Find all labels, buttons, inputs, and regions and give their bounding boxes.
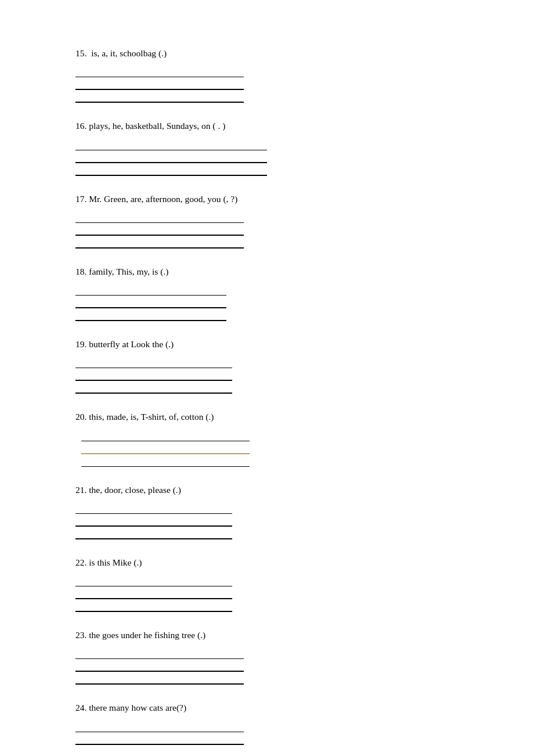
q18-prompt: 18. family, This, my, is (.) bbox=[75, 265, 476, 278]
answer-line bbox=[75, 599, 232, 612]
question-24: 24. there many how cats are(?) bbox=[75, 701, 476, 756]
question-18: 18. family, This, my, is (.) bbox=[75, 265, 476, 321]
question-16: 16. plays, he, basketball, Sundays, on (… bbox=[75, 119, 476, 175]
answer-line bbox=[75, 236, 244, 249]
answer-line bbox=[75, 501, 232, 514]
q22-answer-lines bbox=[75, 574, 232, 612]
answer-line bbox=[75, 646, 244, 659]
answer-line bbox=[75, 368, 232, 381]
answer-line bbox=[75, 586, 232, 599]
q17-answer-lines bbox=[75, 210, 244, 249]
answer-line bbox=[75, 296, 226, 308]
answer-line bbox=[75, 514, 232, 527]
q15-answer-lines bbox=[75, 64, 244, 103]
questions-container: 15. is, a, it, schoolbag (.) 16. plays, … bbox=[75, 46, 476, 756]
answer-line bbox=[81, 429, 250, 441]
q20-prompt: 20. this, made, is, T-shirt, of, cotton … bbox=[75, 410, 476, 423]
q21-prompt: 21. the, door, close, please (.) bbox=[75, 483, 476, 496]
q16-answer-lines bbox=[75, 138, 267, 176]
q24-answer-lines bbox=[75, 719, 244, 757]
q23-answer-lines bbox=[75, 646, 244, 685]
answer-line bbox=[75, 672, 244, 685]
answer-line bbox=[75, 150, 267, 163]
answer-line bbox=[75, 138, 267, 150]
q18-answer-lines bbox=[75, 283, 226, 321]
answer-line bbox=[75, 90, 244, 103]
answer-line bbox=[75, 355, 232, 368]
q23-prompt: 23. the goes under he fishing tree (.) bbox=[75, 628, 476, 642]
question-19: 19. butterfly at Look the (.) bbox=[75, 337, 476, 394]
answer-line bbox=[75, 210, 244, 223]
q15-prompt: 15. is, a, it, schoolbag (.) bbox=[75, 46, 476, 60]
answer-line bbox=[75, 308, 226, 321]
question-21: 21. the, door, close, please (.) bbox=[75, 483, 476, 539]
answer-line bbox=[75, 574, 232, 586]
question-17: 17. Mr. Green, are, afternoon, good, you… bbox=[75, 192, 476, 249]
q21-answer-lines bbox=[75, 501, 232, 539]
q20-answer-lines bbox=[81, 429, 250, 467]
answer-line bbox=[75, 527, 232, 539]
answer-line bbox=[75, 223, 244, 236]
answer-line bbox=[81, 454, 250, 467]
q19-answer-lines bbox=[75, 355, 232, 394]
answer-line bbox=[75, 77, 244, 90]
question-22: 22. is this Mike (.) bbox=[75, 556, 476, 612]
q24-prompt: 24. there many how cats are(?) bbox=[75, 701, 476, 714]
answer-line bbox=[75, 659, 244, 672]
question-23: 23. the goes under he fishing tree (.) bbox=[75, 628, 476, 685]
answer-line bbox=[75, 64, 244, 77]
q19-prompt: 19. butterfly at Look the (.) bbox=[75, 337, 476, 351]
answer-line bbox=[75, 381, 232, 394]
answer-line bbox=[75, 745, 244, 757]
q16-prompt: 16. plays, he, basketball, Sundays, on (… bbox=[75, 119, 476, 132]
answer-line-red bbox=[81, 441, 250, 454]
q22-prompt: 22. is this Mike (.) bbox=[75, 556, 476, 569]
answer-line bbox=[75, 163, 267, 176]
question-20: 20. this, made, is, T-shirt, of, cotton … bbox=[75, 410, 476, 466]
answer-line bbox=[75, 719, 244, 732]
answer-line bbox=[75, 283, 226, 296]
answer-line bbox=[75, 732, 244, 745]
question-15: 15. is, a, it, schoolbag (.) bbox=[75, 46, 476, 103]
q17-prompt: 17. Mr. Green, are, afternoon, good, you… bbox=[75, 192, 476, 206]
